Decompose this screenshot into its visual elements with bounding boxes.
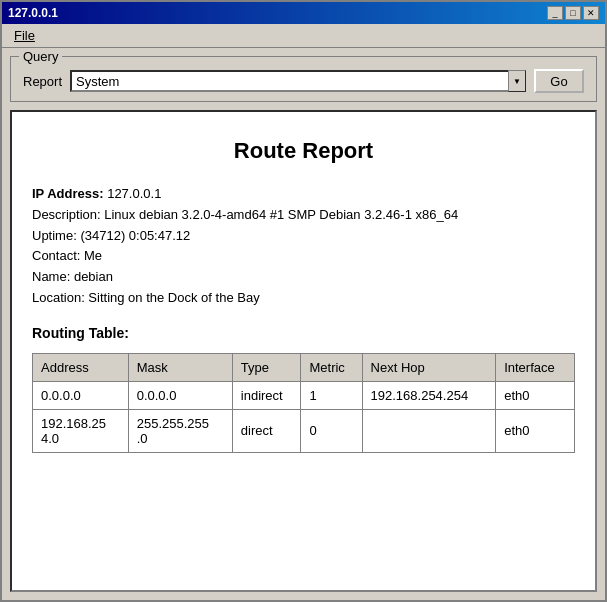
query-legend: Query — [19, 49, 62, 64]
ip-label: IP Address: — [32, 186, 104, 201]
contact-line: Contact: Me — [32, 246, 575, 267]
main-window: 127.0.0.1 _ □ ✕ File Query Report System… — [0, 0, 607, 602]
col-metric: Metric — [301, 353, 362, 381]
title-bar: 127.0.0.1 _ □ ✕ — [2, 2, 605, 24]
col-address: Address — [33, 353, 129, 381]
name-line: Name: debian — [32, 267, 575, 288]
report-panel[interactable]: Route Report IP Address: 127.0.0.1 Descr… — [12, 112, 595, 590]
cell-metric: 1 — [301, 381, 362, 409]
close-button[interactable]: ✕ — [583, 6, 599, 20]
cell-metric: 0 — [301, 409, 362, 452]
routing-heading: Routing Table: — [32, 325, 575, 341]
uptime-line: Uptime: (34712) 0:05:47.12 — [32, 226, 575, 247]
cell-interface: eth0 — [496, 381, 575, 409]
table-header-row: Address Mask Type Metric Next Hop Interf… — [33, 353, 575, 381]
col-mask: Mask — [128, 353, 232, 381]
minimize-button[interactable]: _ — [547, 6, 563, 20]
file-menu[interactable]: File — [6, 26, 43, 45]
cell-nexthop — [362, 409, 496, 452]
query-group: Query Report System ▼ Go — [10, 56, 597, 102]
ip-value: 127.0.0.1 — [107, 186, 161, 201]
report-panel-outer: Route Report IP Address: 127.0.0.1 Descr… — [10, 110, 597, 592]
routing-table: Address Mask Type Metric Next Hop Interf… — [32, 353, 575, 453]
location-line: Location: Sitting on the Dock of the Bay — [32, 288, 575, 309]
cell-interface: eth0 — [496, 409, 575, 452]
cell-address: 0.0.0.0 — [33, 381, 129, 409]
report-title: Route Report — [32, 138, 575, 164]
col-type: Type — [232, 353, 301, 381]
window-controls: _ □ ✕ — [547, 6, 599, 20]
table-row: 0.0.0.00.0.0.0indirect1192.168.254.254et… — [33, 381, 575, 409]
cell-address: 192.168.25 4.0 — [33, 409, 129, 452]
go-button[interactable]: Go — [534, 69, 584, 93]
menu-bar: File — [2, 24, 605, 48]
content-area: Query Report System ▼ Go Route Report IP… — [2, 48, 605, 600]
info-block: IP Address: 127.0.0.1 Description: Linux… — [32, 184, 575, 309]
report-select-wrapper: System ▼ — [70, 70, 526, 92]
report-label: Report — [23, 74, 62, 89]
description-line: Description: Linux debian 3.2.0-4-amd64 … — [32, 205, 575, 226]
cell-type: direct — [232, 409, 301, 452]
cell-nexthop: 192.168.254.254 — [362, 381, 496, 409]
col-nexthop: Next Hop — [362, 353, 496, 381]
col-interface: Interface — [496, 353, 575, 381]
cell-mask: 0.0.0.0 — [128, 381, 232, 409]
report-select[interactable]: System — [70, 70, 526, 92]
maximize-button[interactable]: □ — [565, 6, 581, 20]
window-title: 127.0.0.1 — [8, 6, 58, 20]
cell-mask: 255.255.255 .0 — [128, 409, 232, 452]
query-row: Report System ▼ Go — [23, 69, 584, 93]
table-row: 192.168.25 4.0255.255.255 .0direct0eth0 — [33, 409, 575, 452]
cell-type: indirect — [232, 381, 301, 409]
ip-line: IP Address: 127.0.0.1 — [32, 184, 575, 205]
